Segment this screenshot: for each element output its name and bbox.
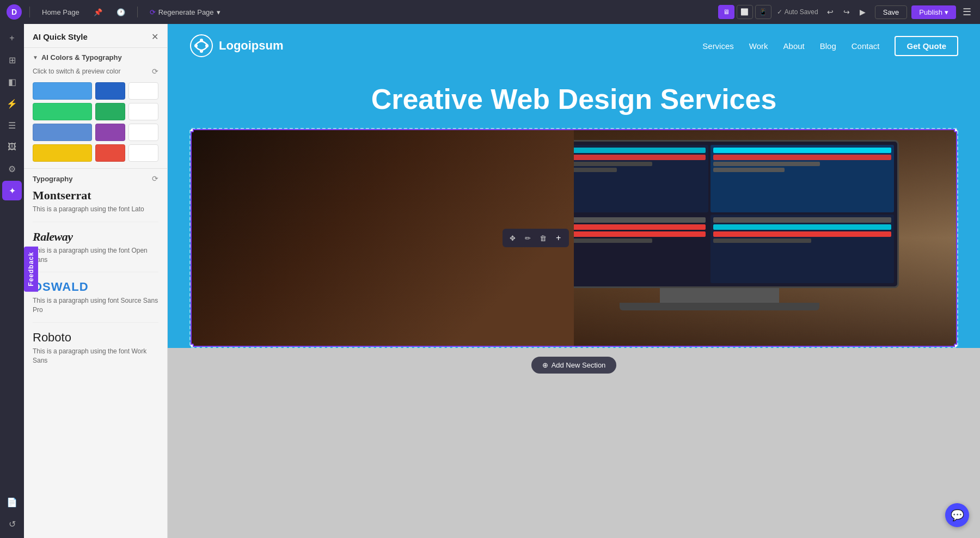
typography-header: Typography ⟳ bbox=[33, 174, 158, 183]
font-item-raleway[interactable]: Raleway This is a paragraph using the fo… bbox=[33, 230, 158, 273]
color-swatch[interactable] bbox=[95, 124, 125, 141]
tablet-icon: ⬜ bbox=[740, 8, 749, 16]
nav-link-work[interactable]: Work bbox=[749, 41, 768, 51]
chevron-down-icon: ▾ bbox=[217, 8, 220, 16]
nav-cta-button[interactable]: Get Quote bbox=[895, 36, 958, 56]
svg-point-0 bbox=[191, 35, 212, 57]
divider2 bbox=[137, 7, 138, 17]
color-row-3 bbox=[33, 124, 158, 141]
preview-page: Logoipsum Services Work About Blog Conta… bbox=[168, 24, 980, 382]
color-swatch[interactable] bbox=[95, 82, 125, 100]
edit-tool-button[interactable]: ✏ bbox=[521, 231, 535, 245]
device-buttons: 🖥 ⬜ 📱 bbox=[718, 5, 771, 19]
save-button[interactable]: Save bbox=[875, 5, 908, 19]
svg-point-2 bbox=[200, 50, 203, 53]
add-section-label: Add New Section bbox=[552, 361, 606, 369]
hero-image: ✥ ✏ 🗑 + bbox=[191, 129, 957, 347]
color-swatch-white[interactable] bbox=[128, 82, 158, 100]
panel-close-button[interactable]: ✕ bbox=[151, 32, 158, 42]
color-refresh-button[interactable]: ⟳ bbox=[152, 67, 158, 76]
logo-svg bbox=[189, 34, 213, 58]
nav-button[interactable]: ☰ bbox=[2, 115, 22, 135]
grid-button[interactable]: ⊞ bbox=[2, 50, 22, 70]
add-element-button[interactable]: + bbox=[2, 28, 22, 48]
color-row-2 bbox=[33, 103, 158, 120]
color-swatch-white[interactable] bbox=[128, 144, 158, 162]
play-button[interactable]: ▶ bbox=[855, 4, 871, 20]
color-row-1 bbox=[33, 82, 158, 100]
pages-button[interactable]: 📄 bbox=[2, 492, 22, 512]
color-swatch[interactable] bbox=[33, 124, 92, 141]
colors-section-header[interactable]: ▼ AI Colors & Typography bbox=[24, 48, 167, 65]
hero-image-container: ✥ ✏ 🗑 + bbox=[189, 128, 958, 348]
help-button[interactable]: ↺ bbox=[2, 514, 22, 534]
typography-refresh-button[interactable]: ⟳ bbox=[152, 174, 158, 183]
font-desc: This is a paragraph using the font Work … bbox=[33, 347, 158, 365]
feedback-label[interactable]: Feedback bbox=[24, 246, 38, 291]
history-icon: 🕐 bbox=[117, 8, 125, 16]
topbar-right: ✓ Auto Saved ↩ ↪ ▶ Save Publish ▾ ☰ bbox=[777, 4, 973, 20]
svg-point-4 bbox=[205, 44, 209, 47]
font-item-roboto[interactable]: Roboto This is a paragraph using the fon… bbox=[33, 331, 158, 373]
nav-link-blog[interactable]: Blog bbox=[820, 41, 836, 51]
chat-bubble-button[interactable]: 💬 bbox=[945, 503, 969, 527]
font-name: Raleway bbox=[33, 230, 158, 244]
nav-link-contact[interactable]: Contact bbox=[852, 41, 880, 51]
color-swatch[interactable] bbox=[95, 144, 125, 162]
app-logo: D bbox=[7, 4, 22, 20]
icon-bar: + ⊞ ◧ ⚡ ☰ 🖼 ⚙ ✦ 📄 ↺ bbox=[0, 24, 24, 538]
publish-button[interactable]: Publish ▾ bbox=[911, 5, 956, 19]
undo-button[interactable]: ↩ bbox=[823, 4, 838, 20]
main-layout: + ⊞ ◧ ⚡ ☰ 🖼 ⚙ ✦ 📄 ↺ Feedback AI Quick St… bbox=[0, 24, 980, 538]
pin-button[interactable]: 📌 bbox=[89, 6, 107, 19]
image-button[interactable]: 🖼 bbox=[2, 137, 22, 157]
monitor-visual bbox=[520, 140, 918, 325]
mobile-view-button[interactable]: 📱 bbox=[755, 5, 771, 19]
font-item-oswald[interactable]: Oswald This is a paragraph using font So… bbox=[33, 280, 158, 323]
redo-button[interactable]: ↪ bbox=[839, 4, 854, 20]
floating-toolbar: ✥ ✏ 🗑 + bbox=[503, 229, 569, 247]
delete-tool-button[interactable]: 🗑 bbox=[536, 231, 550, 245]
add-section-bar: ⊕ Add New Section bbox=[168, 348, 980, 382]
more-menu-button[interactable]: ☰ bbox=[960, 4, 973, 20]
color-swatch-white[interactable] bbox=[128, 103, 158, 120]
regenerate-label: Regenerate Page bbox=[158, 8, 214, 16]
add-new-section-button[interactable]: ⊕ Add New Section bbox=[531, 357, 617, 374]
move-tool-button[interactable]: ✥ bbox=[506, 231, 520, 245]
color-swatch-white[interactable] bbox=[128, 124, 158, 141]
desktop-view-button[interactable]: 🖥 bbox=[718, 5, 734, 19]
tools-button[interactable]: ⚡ bbox=[2, 94, 22, 113]
panel-title: AI Quick Style bbox=[33, 32, 88, 41]
auto-saved-label: Auto Saved bbox=[785, 8, 818, 16]
regenerate-button[interactable]: ⟳ Regenerate Page ▾ bbox=[145, 6, 225, 19]
font-name: Oswald bbox=[33, 280, 158, 294]
style-button[interactable]: ✦ bbox=[2, 181, 22, 200]
color-preview-label: Click to switch & preview color ⟳ bbox=[24, 65, 167, 80]
add-tool-button[interactable]: + bbox=[552, 231, 566, 245]
layers-button[interactable]: ◧ bbox=[2, 72, 22, 91]
settings-button[interactable]: ⚙ bbox=[2, 159, 22, 179]
typography-title: Typography bbox=[33, 175, 72, 183]
home-page-button[interactable]: Home Page bbox=[38, 6, 84, 19]
side-panel: AI Quick Style ✕ ▼ AI Colors & Typograph… bbox=[24, 24, 168, 538]
nav-link-about[interactable]: About bbox=[783, 41, 805, 51]
collapse-icon: ▼ bbox=[33, 54, 38, 60]
color-swatch[interactable] bbox=[95, 103, 125, 120]
font-item-montserrat[interactable]: Montserrat This is a paragraph using the… bbox=[33, 188, 158, 222]
pin-icon: 📌 bbox=[94, 8, 102, 16]
color-swatch[interactable] bbox=[33, 82, 92, 100]
add-section-icon: ⊕ bbox=[542, 361, 548, 369]
font-name: Montserrat bbox=[33, 188, 158, 203]
panel-header: AI Quick Style ✕ bbox=[24, 24, 167, 48]
color-swatch[interactable] bbox=[33, 144, 92, 162]
page-name-label: Home Page bbox=[42, 8, 79, 16]
nav-link-services[interactable]: Services bbox=[702, 41, 734, 51]
history-button[interactable]: 🕐 bbox=[112, 6, 130, 19]
hero-title: Creative Web Design Services bbox=[189, 84, 958, 115]
color-swatch[interactable] bbox=[33, 103, 92, 120]
mobile-icon: 📱 bbox=[759, 8, 767, 16]
publish-label: Publish bbox=[919, 8, 942, 16]
tablet-view-button[interactable]: ⬜ bbox=[737, 5, 753, 19]
feedback-tab[interactable]: Feedback bbox=[24, 246, 38, 291]
logo-text: Logoipsum bbox=[219, 39, 284, 53]
